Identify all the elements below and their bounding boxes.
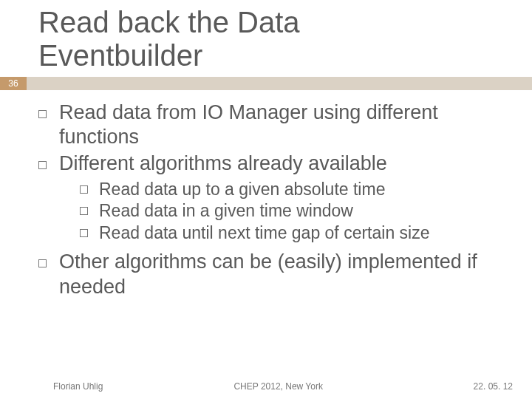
title-line2: Eventbuilder [38, 39, 202, 72]
footer-event: CHEP 2012, New York [103, 381, 454, 392]
footer: Florian Uhlig CHEP 2012, New York 22. 05… [0, 381, 532, 392]
page-number: 36 [0, 77, 27, 90]
bullet-item: Different algorithms already available R… [38, 151, 520, 245]
bullet-item: Read data from IO Manager using differen… [38, 100, 520, 150]
bullet-item: Other algorithms can be (easily) impleme… [38, 250, 520, 299]
sub-prefix: Read [99, 223, 140, 242]
sub-rest: data in a given time window [140, 201, 353, 220]
footer-date: 22. 05. 12 [454, 381, 513, 392]
sub-bullet-item: Read data in a given time window [80, 200, 520, 222]
bullet-list: Read data from IO Manager using differen… [38, 100, 520, 300]
sub-prefix: Read [99, 201, 140, 220]
sub-bullet-list: Read data up to a given absolute time Re… [80, 179, 520, 244]
footer-author: Florian Uhlig [53, 381, 103, 392]
header-rule: 36 [0, 77, 532, 90]
sub-bullet-item: Read data up to a given absolute time [80, 179, 520, 200]
sub-bullet-item: Read data until next time gap of certain… [80, 222, 520, 244]
sub-rest: data until next time gap of certain size [140, 223, 430, 242]
title-line1: Read back the Data [38, 6, 300, 38]
sub-prefix: Read [99, 180, 140, 199]
sub-rest: data up to a given absolute time [140, 180, 385, 199]
slide-title: Read back the Data Eventbuilder [0, 0, 532, 77]
content: Read data from IO Manager using differen… [0, 90, 532, 300]
bullet-text: Different algorithms already available [59, 152, 387, 174]
